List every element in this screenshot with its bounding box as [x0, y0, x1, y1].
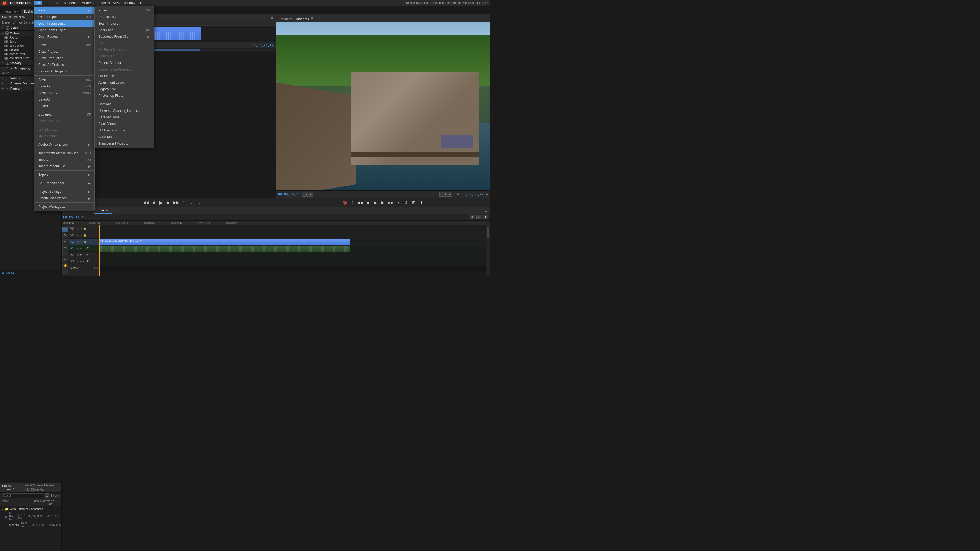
menu-edit[interactable]: Edit [46, 1, 51, 5]
separator-9 [35, 187, 94, 187]
menu-make-offline: Make Offline... [35, 133, 94, 140]
menu-adobe-dynamic-link[interactable]: Adobe Dynamic Link ▶ [35, 141, 94, 148]
menubar-title: /Users/steve/Documents/Adobe/Premiere Pr… [406, 2, 488, 5]
menu-help[interactable]: Help [138, 1, 145, 5]
app-name: Premiere Pro [10, 1, 30, 5]
menu-graphics[interactable]: Graphics [97, 1, 110, 5]
submenu-legacy-title[interactable]: Legacy Title... [95, 86, 154, 92]
submenu-team-project[interactable]: Team Project... [95, 20, 154, 27]
menu-clip[interactable]: Clip [55, 1, 60, 5]
separator-8 [35, 179, 94, 179]
menu-save-copy[interactable]: Save a Copy... ⌥⌘S [35, 90, 94, 96]
menu-save[interactable]: Save ⌘S [35, 76, 94, 83]
menu-capture[interactable]: Capture... F5 [35, 111, 94, 118]
submenu-offline-file[interactable]: Offline File... [95, 73, 154, 79]
menu-refresh-all[interactable]: Refresh All Projects [35, 68, 94, 75]
submenu-production[interactable]: Production... [95, 14, 154, 20]
separator-6 [35, 149, 94, 149]
submenu-hd-bars-tone[interactable]: HD Bars and Tone... [95, 127, 154, 133]
separator-10 [35, 202, 94, 203]
separator-1 [35, 41, 94, 41]
mac-menubar: 🍎 Premiere Pro File Edit Clip Sequence M… [0, 0, 490, 6]
menu-open-team[interactable]: Open Team Project... [35, 27, 94, 33]
menu-project-manager[interactable]: Project Manager... [35, 203, 94, 210]
menu-import-recent[interactable]: Import Recent File ▶ [35, 163, 94, 170]
file-menu-container: New ▶ Open Project... ⌘O Open Production… [34, 6, 95, 211]
submenu-seq-from-clip[interactable]: Sequence From Clip ⌘/ [95, 33, 154, 40]
menu-import[interactable]: Import... ⌘I [35, 156, 94, 163]
menu-window[interactable]: Window [124, 1, 135, 5]
submenu-search-bin: Search Bin [95, 53, 154, 60]
submenu-project-shortcut[interactable]: Project Shortcut [95, 60, 154, 66]
menu-revert[interactable]: Revert [35, 103, 94, 110]
menu-export[interactable]: Export ▶ [35, 171, 94, 178]
menu-close-all[interactable]: Close All Projects [35, 62, 94, 68]
submenu-sequence[interactable]: Sequence... ⌘N [95, 27, 154, 33]
menu-view[interactable]: View [113, 1, 120, 5]
menu-sequence[interactable]: Sequence [64, 1, 78, 5]
menu-open-recent[interactable]: Open Recent ▶ [35, 33, 94, 40]
new-submenu: Project... ⌥⌘N Production... Team Projec… [94, 6, 154, 148]
submenu-bin-selection: Bin From Selection [95, 46, 154, 53]
menu-project-settings[interactable]: Project Settings ▶ [35, 188, 94, 195]
submenu-black-video[interactable]: Black Video... [95, 121, 154, 127]
separator-2 [35, 75, 94, 76]
submenu-transparent-video[interactable]: Transparent Video... [95, 140, 154, 147]
apple-icon[interactable]: 🍎 [2, 1, 7, 5]
menu-close-project[interactable]: Close Project [35, 48, 94, 55]
submenu-counting-leader[interactable]: Universal Counting Leader... [95, 107, 154, 114]
menu-batch-capture: Batch Capture... [35, 118, 94, 124]
menu-link-media: Link Media... [35, 126, 94, 133]
menu-file[interactable]: File [34, 0, 42, 5]
submenu-project[interactable]: Project... ⌥⌘N [95, 7, 154, 14]
submenu-color-matte[interactable]: Color Matte... [95, 133, 154, 140]
menu-open-production[interactable]: Open Production... [35, 20, 94, 27]
submenu-sep-1 [95, 100, 154, 100]
submenu-captions[interactable]: Captions... [95, 101, 154, 107]
submenu-linked-team: Linked Team Project... [95, 66, 154, 73]
menu-get-properties[interactable]: Get Properties for ▶ [35, 180, 94, 186]
menu-save-as[interactable]: Save As... ⇧⌘S [35, 83, 94, 90]
menubar-right: /Users/steve/Documents/Adobe/Premiere Pr… [406, 2, 488, 5]
menu-markers[interactable]: Markers [81, 1, 93, 5]
menu-new[interactable]: New ▶ [35, 7, 94, 14]
file-menu: New ▶ Open Project... ⌘O Open Production… [34, 6, 95, 211]
menu-close-production[interactable]: Close Production [35, 55, 94, 62]
menu-production-settings[interactable]: Production Settings ▶ [35, 195, 94, 202]
menu-import-browser[interactable]: Import from Media Browser ⌘⌃I [35, 150, 94, 156]
menu-close[interactable]: Close ⌘W [35, 42, 94, 48]
separator-4 [35, 125, 94, 125]
menu-open-project[interactable]: Open Project... ⌘O [35, 14, 94, 20]
submenu-adjustment[interactable]: Adjustment Layer... [95, 79, 154, 86]
submenu-bars-tone[interactable]: Bars and Tone... [95, 114, 154, 121]
submenu-photoshop[interactable]: Photoshop File... [95, 92, 154, 99]
submenu-bin: Bin [95, 40, 154, 46]
menu-save-all[interactable]: Save All [35, 96, 94, 103]
